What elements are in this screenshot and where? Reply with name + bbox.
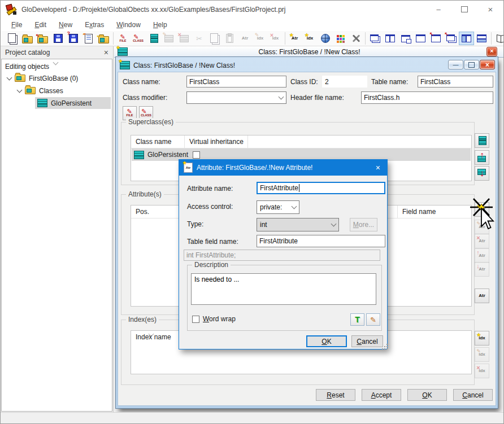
pencil-badge-icon: [255, 33, 259, 38]
reset-button[interactable]: Reset: [316, 389, 355, 401]
edit-description-button[interactable]: ✎: [366, 313, 380, 326]
accept-button[interactable]: Accept: [362, 389, 401, 401]
move-attribute-down-button[interactable]: Atr: [475, 262, 489, 277]
class-modifier-combobox[interactable]: [186, 91, 286, 104]
new-index-button[interactable]: idx: [475, 331, 489, 346]
superclass-move-up-button[interactable]: ↑: [475, 150, 489, 165]
class-hierarchy-icon[interactable]: [146, 32, 161, 45]
new-project-icon[interactable]: [5, 32, 20, 45]
menu-window[interactable]: Window: [110, 20, 147, 30]
panel-close-icon[interactable]: ×: [104, 48, 108, 57]
menu-extras[interactable]: Extras: [79, 20, 110, 30]
edit-attribute-icon[interactable]: Atr: [237, 32, 253, 45]
edit-file-icon[interactable]: FILE: [115, 32, 131, 45]
child-close-button[interactable]: ×: [480, 60, 495, 69]
window-restore-icon[interactable]: [428, 32, 444, 45]
minimize-button[interactable]: –: [425, 1, 451, 18]
split-vertical-icon[interactable]: [459, 32, 474, 45]
header-file-input[interactable]: FirstClass.h: [361, 91, 493, 104]
close-project-icon[interactable]: [96, 32, 111, 45]
project-properties-icon[interactable]: [81, 32, 96, 45]
pencil-icon: [476, 349, 481, 354]
ok-button[interactable]: OK: [407, 389, 447, 401]
tree-item-firstglobase[interactable]: FirstGloBase (0): [2, 72, 111, 84]
window-cascade-icon[interactable]: [398, 32, 413, 45]
cut-icon[interactable]: [192, 32, 207, 45]
tree-item-classes[interactable]: Classes: [2, 85, 111, 97]
delete-attribute-button[interactable]: Atr: [475, 234, 489, 248]
virtual-inheritance-checkbox[interactable]: [193, 151, 200, 159]
delete-index-icon[interactable]: idx: [268, 32, 283, 45]
new-index-icon[interactable]: idx: [302, 32, 318, 45]
child-maximize-button[interactable]: [464, 60, 479, 69]
attribute-list-button[interactable]: Atr: [475, 289, 489, 303]
tile-windows-icon[interactable]: [383, 32, 398, 45]
text-icon: T: [355, 315, 360, 324]
column-class-name[interactable]: Class name: [131, 135, 185, 148]
description-textarea[interactable]: Is needed to ...: [191, 273, 376, 305]
copy-icon[interactable]: [207, 32, 222, 45]
child-minimize-button[interactable]: —: [448, 60, 463, 69]
split-horizontal-icon[interactable]: [474, 32, 489, 45]
edit-attribute-button[interactable]: Atr: [475, 220, 489, 234]
open-base-icon[interactable]: [35, 32, 50, 45]
table-field-name-input[interactable]: FirstAttribute: [257, 235, 385, 247]
attribute-dialog: Atr★ Attribute: FirstGloBase/.!New Attri…: [179, 159, 388, 349]
class-name-label: Class name:: [123, 78, 160, 86]
delete-index-button[interactable]: idx: [475, 364, 489, 378]
dialog-body: Attribute name: FirstAttribute Access co…: [179, 176, 387, 349]
access-control-combobox[interactable]: private:: [257, 200, 299, 214]
column-field-name[interactable]: Field name: [398, 206, 471, 218]
resize-grip[interactable]: [384, 346, 385, 347]
word-wrap-option[interactable]: Word wrap: [192, 315, 236, 323]
dialog-close-button[interactable]: ×: [373, 163, 383, 172]
word-wrap-checkbox[interactable]: [192, 316, 199, 323]
open-project-icon[interactable]: [20, 32, 35, 45]
new-attribute-icon[interactable]: Atr: [287, 32, 302, 45]
paste-icon[interactable]: [222, 32, 237, 45]
delete-class-icon[interactable]: [176, 32, 192, 45]
edit-index-icon[interactable]: idx: [253, 32, 268, 45]
modify-class-icon[interactable]: [161, 32, 176, 45]
dialog-cancel-button[interactable]: Cancel: [351, 335, 383, 347]
attribute-name-input[interactable]: FirstAttribute: [257, 182, 385, 194]
menu-edit[interactable]: Edit: [28, 20, 53, 30]
help-icon[interactable]: [493, 32, 504, 45]
save-help-icon[interactable]: [66, 32, 81, 45]
save-icon[interactable]: [50, 32, 66, 45]
expander-chevron-icon[interactable]: [7, 75, 12, 80]
edit-index-button[interactable]: idx: [475, 347, 489, 362]
superclass-move-down-button[interactable]: ↓: [475, 166, 489, 181]
arrange-icons-icon[interactable]: [444, 32, 459, 45]
move-attribute-up-button[interactable]: Atr: [475, 248, 489, 263]
more-button[interactable]: More...: [350, 218, 377, 231]
colors-icon[interactable]: [333, 32, 348, 45]
expander-chevron-icon[interactable]: [17, 87, 23, 93]
menu-file[interactable]: File: [5, 20, 28, 30]
menu-new[interactable]: New: [53, 20, 79, 30]
superclass-hierarchy-button[interactable]: [475, 133, 489, 148]
dialog-titlebar[interactable]: Atr★ Attribute: FirstGloBase/.!New Attri…: [179, 160, 387, 176]
description-group-label: Description: [192, 261, 231, 269]
class-window-titlebar[interactable]: ★ Class: FirstGloBase / !New Class! — ×: [118, 59, 496, 72]
new-attribute-button[interactable]: Atr: [475, 202, 489, 217]
cancel-button[interactable]: Cancel: [453, 389, 493, 401]
dialog-ok-button[interactable]: OK: [306, 335, 347, 347]
table-name-input[interactable]: FirstClass: [418, 76, 493, 88]
mdi-tab-close-button[interactable]: ×: [486, 47, 497, 56]
type-combobox[interactable]: int: [257, 218, 339, 231]
column-virtual-inheritance[interactable]: Virtual inheritance: [185, 135, 248, 148]
tree-item-glopersistent[interactable]: GloPersistent: [2, 97, 111, 109]
selected-tree-row[interactable]: GloPersistent: [35, 97, 111, 109]
maximize-button[interactable]: [451, 1, 477, 18]
class-name-input[interactable]: FirstClass: [186, 76, 286, 88]
window-maximize-icon[interactable]: [413, 32, 428, 45]
close-button[interactable]: ×: [477, 1, 503, 18]
settings-icon[interactable]: [348, 32, 363, 45]
internet-icon[interactable]: [318, 32, 333, 45]
cascade-windows-icon[interactable]: [367, 32, 383, 45]
text-format-button[interactable]: T: [350, 313, 364, 326]
menu-help[interactable]: Help: [147, 20, 173, 30]
edit-class-icon[interactable]: CLASS: [131, 32, 146, 45]
collapse-chevron-icon[interactable]: [53, 60, 59, 65]
